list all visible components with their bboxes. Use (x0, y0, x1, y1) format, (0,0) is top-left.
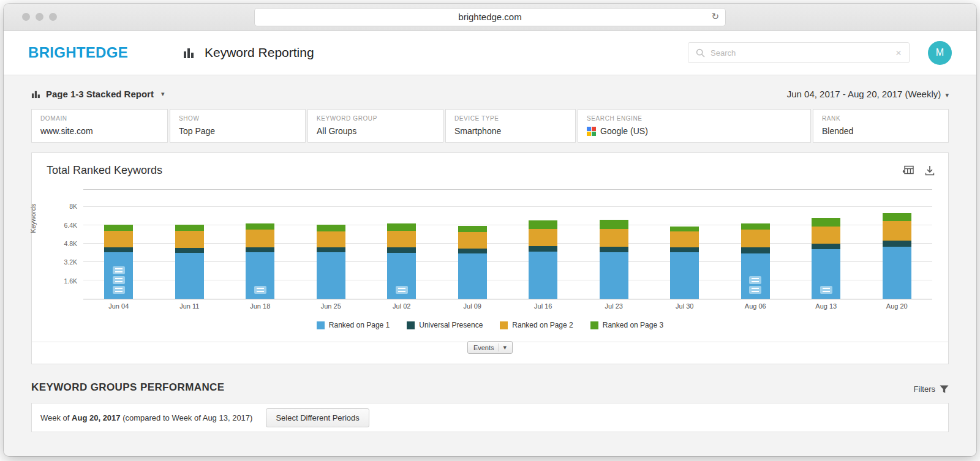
bar-segment (458, 232, 487, 249)
bar-segment (175, 248, 204, 253)
annotation-note-icon[interactable] (113, 276, 125, 284)
stacked-bar-aug-06[interactable] (741, 223, 770, 299)
legend-label: Ranked on Page 3 (603, 321, 663, 329)
chart-body: Keywords 1.6K3.2K4.8K6.4K8K (32, 179, 948, 299)
events-button[interactable]: Events ▾ (467, 341, 513, 354)
annotation-note-icon[interactable] (749, 286, 761, 294)
bar-slot (154, 190, 225, 299)
filter-show[interactable]: SHOW Top Page (170, 109, 306, 143)
bar-segment (883, 221, 911, 241)
filter-keyword-group[interactable]: KEYWORD GROUP All Groups (307, 109, 443, 143)
bar-segment (883, 241, 911, 246)
date-range-selector[interactable]: Jun 04, 2017 - Aug 20, 2017 (Weekly) ▾ (787, 89, 949, 99)
filter-funnel-icon (940, 385, 949, 394)
stacked-bar-aug-13[interactable] (812, 218, 840, 299)
minimize-window-button[interactable] (36, 13, 43, 21)
export-table-icon[interactable] (902, 165, 914, 176)
bar-segment (741, 230, 770, 247)
page-title-group: Keyword Reporting (182, 45, 314, 60)
chart-xlabels: Jun 04Jun 11Jun 18Jun 25Jul 02Jul 09Jul … (83, 302, 932, 310)
legend-item[interactable]: Universal Presence (407, 321, 483, 329)
stacked-bar-jul-09[interactable] (458, 226, 487, 299)
annotation-note-icon[interactable] (113, 286, 125, 294)
bar-segment (317, 225, 345, 231)
bar-slot (508, 190, 579, 299)
x-tick-label: Aug 13 (791, 302, 862, 310)
refresh-icon[interactable]: ↻ (711, 11, 719, 22)
page-title: Keyword Reporting (205, 45, 314, 60)
filter-search-engine[interactable]: SEARCH ENGINE Google (US) (578, 109, 811, 143)
bar-segment (670, 227, 699, 231)
filter-value: Top Page (179, 126, 296, 136)
y-tick-label: 6.4K (64, 222, 77, 229)
legend-item[interactable]: Ranked on Page 3 (590, 321, 663, 329)
stacked-bar-jun-25[interactable] (317, 225, 345, 299)
period-comparison-card: Week of Aug 20, 2017 (compared to Week o… (31, 403, 949, 432)
annotation-note-icon[interactable] (396, 286, 408, 294)
filter-value-text: Google (US) (600, 126, 648, 136)
filters-button[interactable]: Filters (914, 384, 949, 394)
annotation-note-icon[interactable] (820, 286, 832, 294)
search-icon (696, 48, 705, 58)
legend-item[interactable]: Ranked on Page 1 (317, 321, 390, 329)
address-bar[interactable]: brightedge.com ↻ (254, 8, 726, 26)
avatar-initial: M (936, 47, 944, 58)
google-icon (587, 127, 596, 136)
clear-search-icon[interactable]: × (895, 48, 902, 58)
bar-chart-icon (182, 45, 197, 60)
report-title-label: Page 1-3 Stacked Report (46, 89, 154, 99)
bar-segment (600, 247, 628, 252)
filter-label: DEVICE TYPE (454, 115, 567, 122)
download-icon[interactable] (925, 165, 935, 176)
brightedge-logo[interactable]: BRIGHTEDGE (28, 44, 128, 61)
x-tick-label: Jul 23 (579, 302, 650, 310)
bar-segment (600, 252, 628, 299)
legend-swatch (590, 321, 598, 329)
chart-card-header: Total Ranked Keywords (32, 153, 948, 179)
avatar[interactable]: M (928, 41, 952, 65)
legend-item[interactable]: Ranked on Page 2 (500, 321, 573, 329)
filter-rank[interactable]: RANK Blended (813, 109, 949, 143)
search-input[interactable] (710, 48, 890, 58)
close-window-button[interactable] (22, 13, 30, 21)
filter-value: All Groups (317, 126, 434, 136)
bar-slot (862, 190, 933, 299)
annotation-note-icon[interactable] (254, 286, 266, 294)
events-row: Events ▾ (32, 342, 948, 364)
bar-segment (104, 231, 133, 247)
select-different-periods-button[interactable]: Select Different Periods (266, 408, 369, 427)
bar-segment (458, 253, 487, 299)
filter-label: KEYWORD GROUP (317, 115, 434, 122)
stacked-bar-jun-11[interactable] (175, 225, 204, 299)
filter-label: SEARCH ENGINE (587, 115, 802, 122)
stacked-bar-jul-02[interactable] (387, 223, 416, 299)
chevron-down-icon: ▾ (161, 90, 165, 98)
bar-segment (670, 247, 699, 252)
x-tick-label: Jul 30 (649, 302, 720, 310)
bar-segment (175, 231, 204, 247)
report-selector[interactable]: Page 1-3 Stacked Report ▾ (31, 89, 164, 99)
stacked-bar-jul-23[interactable] (600, 220, 628, 299)
annotation-note-icon[interactable] (749, 276, 761, 284)
bar-segment (317, 252, 345, 299)
browser-window: brightedge.com ↻ BRIGHTEDGE Keyword Repo… (4, 4, 976, 456)
stacked-bar-aug-20[interactable] (883, 213, 911, 299)
stacked-bar-jun-18[interactable] (246, 223, 274, 299)
week-current: Aug 20, 2017 (72, 413, 121, 422)
chart-legend: Ranked on Page 1Universal PresenceRanked… (32, 321, 948, 329)
report-icon (31, 89, 40, 99)
filter-domain[interactable]: DOMAIN www.site.com (31, 109, 168, 143)
maximize-window-button[interactable] (49, 13, 57, 21)
stacked-bar-jul-16[interactable] (529, 220, 557, 299)
bar-segment (529, 229, 557, 246)
annotation-note-icon[interactable] (113, 266, 125, 274)
legend-label: Ranked on Page 2 (512, 321, 573, 329)
section-title: KEYWORD GROUPS PERFORMANCE (31, 381, 224, 394)
stacked-bar-jul-30[interactable] (670, 227, 699, 299)
y-tick-label: 1.6K (64, 277, 77, 285)
filter-value: www.site.com (40, 126, 159, 136)
filter-device-type[interactable]: DEVICE TYPE Smartphone (445, 109, 576, 143)
window-controls (22, 13, 57, 21)
bar-segment (883, 213, 911, 221)
stacked-bar-jun-04[interactable] (104, 225, 133, 299)
